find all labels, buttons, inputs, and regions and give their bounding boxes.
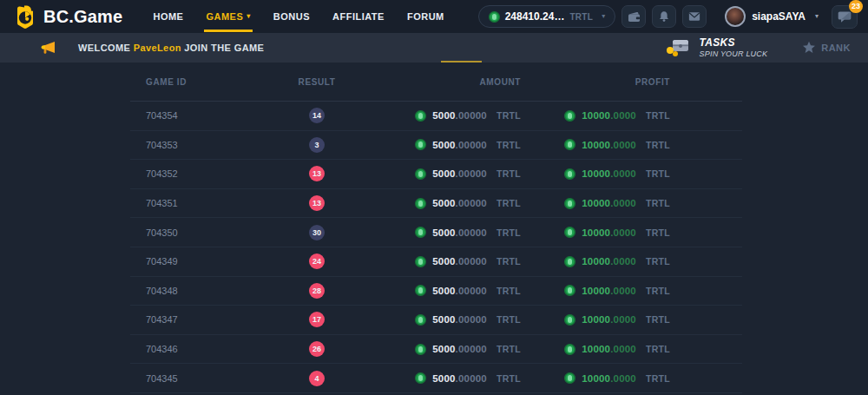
game-id-cell: 704351: [130, 198, 243, 208]
profit-dec: .0000: [610, 344, 636, 354]
trtl-coin-icon: [564, 372, 575, 384]
profit-int: 10000: [582, 314, 610, 325]
column-header-profit: PROFIT: [521, 77, 670, 87]
table-row[interactable]: 704353 3 5000.00000 TRTL 10000.0000 TRTL: [130, 131, 742, 161]
profit-cell: 10000.0000 TRTL: [521, 372, 670, 384]
profit-int: 10000: [582, 256, 610, 267]
amount-int: 5000: [432, 314, 455, 325]
amount-cell: 5000.00000 TRTL: [391, 139, 521, 150]
table-row[interactable]: 704351 13 5000.00000 TRTL 10000.0000 TRT…: [130, 189, 742, 219]
table-row[interactable]: 704354 14 5000.00000 TRTL 10000.0000 TRT…: [130, 102, 742, 131]
amount-dec: .00000: [456, 168, 487, 179]
amount-currency: TRTL: [496, 373, 521, 384]
rank-widget[interactable]: RANK: [802, 41, 851, 54]
table-body: 704354 14 5000.00000 TRTL 10000.0000 TRT…: [130, 102, 742, 393]
wallet-button[interactable]: [621, 5, 646, 28]
amount-dec: .00000: [456, 314, 487, 325]
result-badge: 26: [309, 341, 325, 357]
profit-currency: TRTL: [646, 168, 670, 179]
result-cell: 4: [243, 371, 391, 386]
amount-cell: 5000.00000 TRTL: [391, 110, 521, 122]
nav-item-forum[interactable]: FORUM: [396, 0, 456, 33]
chat-badge: 23: [849, 0, 863, 13]
table-row[interactable]: 704348 28 5000.00000 TRTL 10000.0000 TRT…: [130, 277, 742, 306]
messages-button[interactable]: [682, 5, 707, 28]
trtl-coin-icon: [564, 168, 575, 180]
profit-dec: .0000: [610, 140, 636, 150]
amount-dec: .00000: [456, 256, 487, 267]
result-cell: 13: [243, 166, 391, 181]
avatar: [725, 6, 746, 27]
amount-cell: 5000.00000 TRTL: [391, 227, 521, 238]
amount-cell: 5000.00000 TRTL: [391, 285, 521, 296]
balance-amount: 248410.24…: [505, 10, 565, 23]
logo[interactable]: BC.Game: [14, 4, 122, 30]
trtl-coin-icon: [564, 198, 575, 209]
profit-currency: TRTL: [646, 110, 670, 121]
nav-item-games[interactable]: GAMES▾: [194, 0, 261, 33]
column-header-result: RESULT: [243, 77, 391, 87]
amount-int: 5000: [432, 227, 455, 238]
result-badge: 24: [309, 253, 325, 269]
trtl-coin-icon: [415, 198, 426, 209]
trtl-coin-icon: [415, 285, 426, 296]
amount-int: 5000: [432, 256, 455, 267]
trtl-coin-icon: [564, 256, 575, 267]
table-row[interactable]: 704347 17 5000.00000 TRTL 10000.0000 TRT…: [130, 306, 742, 335]
nav-item-bonus[interactable]: BONUS: [262, 0, 321, 33]
user-menu[interactable]: siapaSAYA ▾: [725, 6, 819, 27]
amount-int: 5000: [432, 110, 455, 121]
page: BC.Game HOME GAMES▾ BONUS AFFILIATE FORU…: [0, 0, 868, 395]
trtl-coin-icon: [415, 256, 426, 267]
tasks-widget[interactable]: TASKS SPIN YOUR LUCK: [666, 37, 768, 58]
notifications-button[interactable]: [652, 5, 676, 28]
trtl-coin-icon: [415, 227, 426, 238]
game-id-cell: 704353: [130, 140, 243, 150]
table-row[interactable]: 704345 4 5000.00000 TRTL 10000.0000 TRTL: [130, 364, 742, 393]
profit-dec: .0000: [610, 198, 636, 208]
game-id-cell: 704345: [130, 373, 243, 384]
result-cell: 14: [243, 108, 391, 123]
column-header-game-id: GAME ID: [130, 77, 243, 87]
result-badge: 28: [309, 283, 325, 299]
amount-int: 5000: [432, 373, 455, 384]
chevron-down-icon: ▾: [247, 13, 251, 20]
profit-dec: .0000: [610, 168, 636, 179]
result-cell: 17: [243, 312, 391, 327]
game-id-cell: 704347: [130, 314, 243, 325]
profit-dec: .0000: [610, 314, 636, 325]
amount-currency: TRTL: [496, 227, 521, 238]
amount-int: 5000: [432, 198, 455, 208]
trtl-coin-icon: [415, 139, 426, 150]
rank-star-icon: [802, 41, 816, 54]
chevron-down-icon: ▾: [815, 13, 819, 20]
rank-label: RANK: [821, 43, 851, 53]
amount-cell: 5000.00000 TRTL: [391, 344, 521, 355]
table-header: GAME ID RESULT AMOUNT PROFIT: [130, 63, 742, 102]
table-row[interactable]: 704350 30 5000.00000 TRTL 10000.0000 TRT…: [130, 218, 742, 247]
trtl-coin-icon: [415, 314, 426, 326]
logo-text: BC.Game: [43, 7, 122, 27]
profit-cell: 10000.0000 TRTL: [521, 139, 670, 150]
profit-dec: .0000: [610, 227, 636, 238]
amount-int: 5000: [432, 140, 455, 150]
bcgame-logo-icon: [14, 4, 36, 30]
game-id-cell: 704346: [130, 344, 243, 354]
trtl-coin-icon: [415, 372, 426, 384]
result-badge: 14: [309, 108, 325, 123]
amount-dec: .00000: [456, 373, 487, 384]
amount-currency: TRTL: [496, 168, 521, 179]
result-badge: 17: [309, 312, 325, 327]
nav-item-home[interactable]: HOME: [141, 0, 194, 33]
balance-selector[interactable]: 248410.24… TRTL ▾: [478, 5, 616, 28]
table-row[interactable]: 704346 26 5000.00000 TRTL 10000.0000 TRT…: [130, 335, 742, 365]
table-row[interactable]: 704349 24 5000.00000 TRTL 10000.0000 TRT…: [130, 247, 742, 277]
amount-cell: 5000.00000 TRTL: [391, 372, 521, 384]
amount-int: 5000: [432, 344, 455, 354]
nav-item-affiliate[interactable]: AFFILIATE: [321, 0, 396, 33]
profit-dec: .0000: [610, 256, 636, 267]
bell-icon: [658, 10, 670, 23]
table-row[interactable]: 704352 13 5000.00000 TRTL 10000.0000 TRT…: [130, 160, 742, 189]
chat-button[interactable]: 23: [832, 5, 858, 29]
profit-int: 10000: [582, 140, 610, 150]
